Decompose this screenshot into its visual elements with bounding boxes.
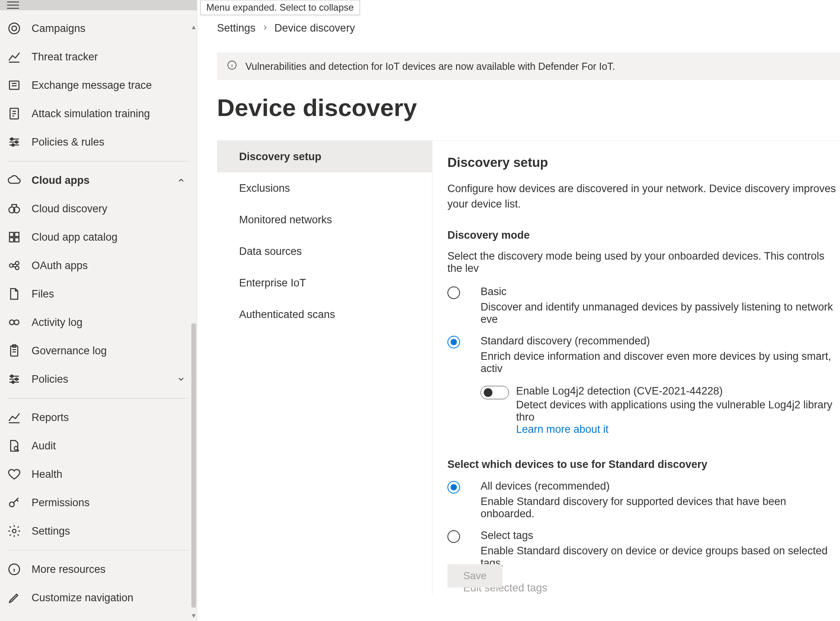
pane-description: Configure how devices are discovered in …	[447, 181, 840, 212]
learn-more-link[interactable]: Learn more about it	[516, 423, 608, 435]
tab-authenticated-scans[interactable]: Authenticated scans	[217, 299, 432, 330]
sidebar-item-label: Health	[32, 468, 197, 481]
sidebar-item-label: Policies & rules	[32, 136, 197, 148]
menu-tooltip: Menu expanded. Select to collapse	[200, 0, 360, 15]
settings-tablist: Discovery setup Exclusions Monitored net…	[217, 141, 432, 595]
sidebar-item-customize-nav[interactable]: Customize navigation	[0, 584, 197, 612]
sidebar-item-settings[interactable]: Settings	[0, 517, 197, 545]
tab-discovery-setup[interactable]: Discovery setup	[217, 141, 432, 172]
trend-icon	[7, 50, 32, 64]
sidebar-item-cloud-discovery[interactable]: Cloud discovery	[0, 195, 197, 223]
chevron-up-icon	[173, 176, 189, 185]
audit-icon	[7, 439, 32, 453]
sidebar-item-more-resources[interactable]: More resources	[0, 555, 197, 584]
sidebar-item-label: More resources	[32, 563, 197, 576]
tab-exclusions[interactable]: Exclusions	[217, 172, 432, 204]
sidebar: ▲ Campaigns Threat tracker Exchange mess…	[0, 0, 197, 621]
sidebar-item-permissions[interactable]: Permissions	[0, 488, 197, 517]
sidebar-item-campaigns[interactable]: Campaigns	[0, 14, 197, 43]
exchange-icon	[7, 78, 32, 92]
tab-pane: Discovery setup Configure how devices ar…	[432, 141, 840, 595]
radio-basic-label: Basic	[481, 286, 840, 298]
sidebar-item-files[interactable]: Files	[0, 280, 197, 308]
sidebar-scrollbar[interactable]	[191, 324, 196, 608]
key-icon	[7, 496, 32, 510]
toggle-log4j[interactable]	[481, 386, 509, 399]
scroll-down-arrow[interactable]: ▼	[191, 612, 196, 618]
sidebar-item-label: Files	[32, 288, 197, 300]
edit-tags-link: Edit selected tags	[463, 582, 840, 594]
breadcrumb-root[interactable]: Settings	[217, 22, 256, 34]
sidebar-item-governance-log[interactable]: Governance log	[0, 337, 197, 365]
sidebar-item-attack-sim[interactable]: Attack simulation training	[0, 99, 197, 128]
discovery-mode-description: Select the discovery mode being used by …	[447, 250, 840, 275]
cloud-icon	[7, 173, 32, 187]
sidebar-item-label: Permissions	[32, 497, 197, 509]
sidebar-item-label: Audit	[32, 440, 197, 452]
sidebar-item-policies-rules[interactable]: Policies & rules	[0, 128, 197, 156]
breadcrumb: Settings Device discovery	[217, 22, 840, 34]
sidebar-item-label: Cloud discovery	[32, 203, 197, 215]
sidebar-item-label: Cloud apps	[32, 174, 173, 187]
chevron-down-icon	[173, 375, 189, 383]
chevron-right-icon	[261, 22, 269, 34]
sidebar-item-cloud-apps[interactable]: Cloud apps	[0, 166, 197, 195]
main-content: Settings Device discovery Vulnerabilitie…	[197, 0, 840, 621]
gear-icon	[7, 524, 32, 538]
sidebar-item-health[interactable]: Health	[0, 460, 197, 488]
sidebar-item-label: Activity log	[32, 316, 197, 329]
radio-select-tags[interactable]	[447, 530, 460, 543]
sidebar-item-activity-log[interactable]: Activity log	[0, 308, 197, 337]
oauth-icon	[7, 258, 32, 273]
clipboard-icon	[7, 344, 32, 358]
sliders-icon	[7, 135, 32, 149]
divider	[8, 398, 189, 398]
discovery-mode-label: Discovery mode	[447, 229, 840, 241]
save-button[interactable]: Save	[447, 564, 502, 587]
hamburger-menu-button[interactable]	[7, 0, 21, 10]
info-banner-text: Vulnerabilities and detection for IoT de…	[245, 61, 615, 72]
tab-monitored-networks[interactable]: Monitored networks	[217, 204, 432, 236]
sidebar-item-label: Customize navigation	[32, 592, 197, 604]
heart-icon	[7, 467, 32, 481]
radio-all-devices-label: All devices (recommended)	[481, 480, 840, 492]
divider	[8, 161, 189, 161]
sidebar-item-oauth-apps[interactable]: OAuth apps	[0, 251, 197, 280]
radio-standard-label: Standard discovery (recommended)	[481, 335, 840, 347]
radio-basic-description: Discover and identify unmanaged devices …	[481, 301, 840, 325]
radio-all-devices[interactable]	[447, 481, 460, 494]
sidebar-item-label: Attack simulation training	[32, 108, 197, 120]
scroll-up-arrow[interactable]: ▲	[191, 24, 196, 29]
radio-select-tags-description: Enable Standard discovery on device or d…	[481, 545, 840, 569]
pencil-icon	[7, 591, 32, 605]
sidebar-item-policies[interactable]: Policies	[0, 365, 197, 393]
toggle-log4j-description: Detect devices with applications using t…	[516, 399, 832, 423]
sliders-icon	[7, 372, 32, 386]
tab-data-sources[interactable]: Data sources	[217, 236, 432, 267]
reports-icon	[7, 410, 32, 425]
sidebar-item-label: Reports	[32, 412, 197, 424]
files-icon	[7, 287, 32, 301]
sidebar-item-exchange-trace[interactable]: Exchange message trace	[0, 71, 197, 99]
sidebar-item-label: Campaigns	[32, 22, 197, 35]
simulation-icon	[7, 107, 32, 121]
pane-title: Discovery setup	[447, 155, 840, 170]
radio-standard[interactable]	[447, 336, 460, 348]
info-icon	[7, 562, 32, 576]
radio-basic[interactable]	[447, 286, 460, 299]
sidebar-item-label: Policies	[32, 373, 173, 385]
catalog-icon	[7, 230, 32, 244]
tab-enterprise-iot[interactable]: Enterprise IoT	[217, 267, 432, 299]
activity-icon	[7, 315, 32, 329]
radio-standard-description: Enrich device information and discover e…	[481, 350, 840, 375]
sidebar-item-label: Threat tracker	[32, 51, 197, 63]
sidebar-item-audit[interactable]: Audit	[0, 432, 197, 460]
sidebar-item-threat-tracker[interactable]: Threat tracker	[0, 43, 197, 71]
info-icon	[226, 60, 238, 73]
sidebar-item-cloud-catalog[interactable]: Cloud app catalog	[0, 223, 197, 251]
divider	[8, 550, 189, 550]
sidebar-item-reports[interactable]: Reports	[0, 403, 197, 432]
page-title: Device discovery	[217, 94, 840, 122]
info-banner: Vulnerabilities and detection for IoT de…	[217, 52, 840, 80]
sidebar-item-label: Exchange message trace	[32, 79, 197, 92]
